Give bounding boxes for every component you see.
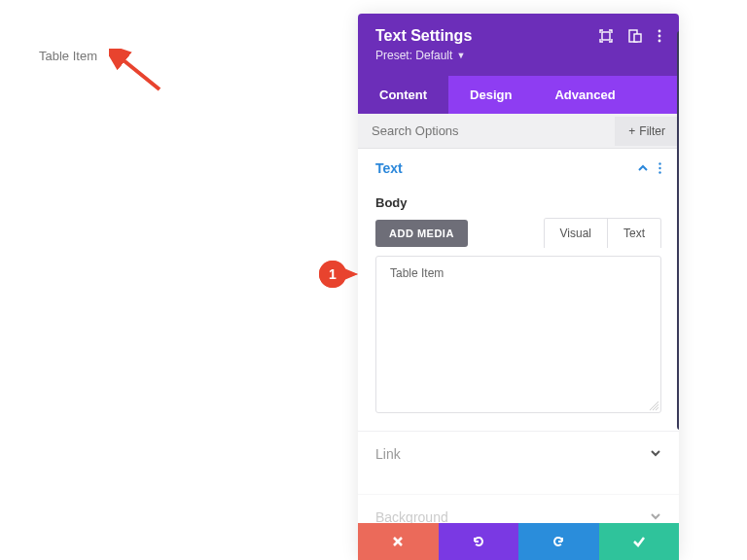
- undo-icon: [471, 534, 486, 549]
- preset-label: Preset: Default: [375, 49, 452, 62]
- close-button[interactable]: [358, 523, 439, 560]
- add-media-button[interactable]: ADD MEDIA: [375, 220, 468, 247]
- more-icon[interactable]: [658, 29, 661, 43]
- svg-rect-5: [634, 34, 641, 42]
- close-icon: [391, 535, 405, 548]
- svg-line-0: [119, 56, 160, 89]
- collapse-icon[interactable]: [637, 162, 649, 174]
- editor-tab-visual[interactable]: Visual: [545, 219, 607, 248]
- responsive-icon[interactable]: [628, 29, 642, 43]
- redo-icon: [551, 534, 566, 549]
- section-more-icon[interactable]: [658, 162, 661, 174]
- background-title: Background: [375, 509, 448, 523]
- text-settings-panel: Text Settings Preset: Default ▼ Content …: [358, 14, 679, 560]
- search-bar: + Filter: [358, 114, 679, 149]
- expand-icon[interactable]: [599, 29, 613, 43]
- section-title: Text: [375, 160, 403, 176]
- tab-advanced[interactable]: Advanced: [533, 76, 636, 114]
- svg-point-8: [658, 40, 661, 43]
- body-field-label: Body: [358, 184, 679, 218]
- section-link[interactable]: Link: [358, 431, 679, 476]
- section-text-header[interactable]: Text: [358, 149, 679, 184]
- chevron-down-icon: [650, 508, 661, 523]
- editor-tab-text[interactable]: Text: [607, 219, 660, 248]
- panel-scrollbar[interactable]: [677, 31, 679, 430]
- canvas-text-preview: Table Item: [39, 49, 97, 63]
- svg-rect-3: [602, 32, 610, 40]
- undo-button[interactable]: [439, 523, 519, 560]
- chevron-down-icon: ▼: [456, 51, 465, 60]
- body-textarea[interactable]: [376, 257, 660, 412]
- chevron-down-icon: [650, 445, 661, 463]
- svg-text:1: 1: [329, 266, 337, 282]
- editor-mode-tabs: Visual Text: [544, 218, 661, 248]
- check-icon: [631, 534, 647, 549]
- filter-label: Filter: [639, 124, 665, 138]
- svg-point-7: [658, 35, 661, 38]
- preset-dropdown[interactable]: Preset: Default ▼: [375, 49, 661, 62]
- confirm-button[interactable]: [599, 523, 680, 560]
- svg-point-10: [658, 167, 660, 169]
- annotation-arrow-icon: [109, 49, 167, 97]
- panel-footer: [358, 523, 679, 560]
- svg-point-6: [658, 30, 661, 33]
- panel-tabs: Content Design Advanced: [358, 76, 679, 114]
- panel-title: Text Settings: [375, 27, 472, 45]
- section-background[interactable]: Background: [358, 494, 679, 523]
- filter-button[interactable]: + Filter: [615, 117, 679, 146]
- panel-body: Text Body ADD MEDIA Visual Text: [358, 149, 679, 523]
- redo-button[interactable]: [518, 523, 599, 560]
- link-title: Link: [375, 446, 401, 462]
- svg-point-1: [319, 261, 346, 288]
- annotation-callout-1: 1: [317, 259, 358, 290]
- svg-point-9: [658, 162, 660, 164]
- panel-header: Text Settings Preset: Default ▼: [358, 14, 679, 76]
- svg-point-11: [658, 171, 660, 173]
- search-input[interactable]: [358, 114, 615, 148]
- plus-icon: +: [628, 124, 635, 138]
- body-editor: [375, 256, 661, 413]
- tab-design[interactable]: Design: [448, 76, 533, 114]
- tab-content[interactable]: Content: [358, 76, 448, 114]
